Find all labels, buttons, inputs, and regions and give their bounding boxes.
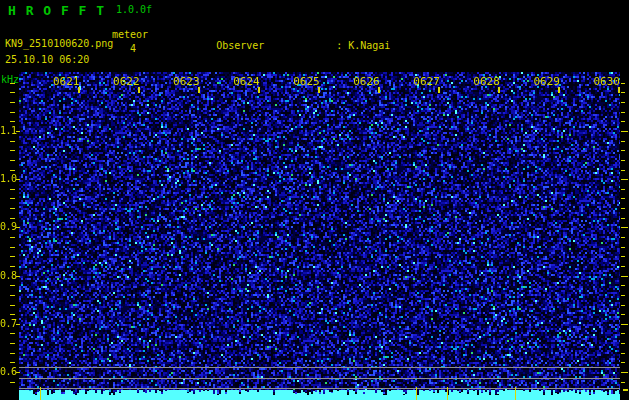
freq-minor-tick-right <box>621 256 625 257</box>
app-title: H R O F F T <box>8 3 105 18</box>
freq-minor-tick-right <box>621 305 625 306</box>
freq-minor-tick-right <box>621 382 625 383</box>
observation-datetime: 25.10.10 06:20 <box>5 54 89 65</box>
time-label: 0629 <box>533 75 560 88</box>
freq-minor-tick-left <box>10 353 15 354</box>
time-tick <box>258 87 260 93</box>
time-tick <box>498 87 500 93</box>
time-label: 0627 <box>413 75 440 88</box>
freq-minor-tick-left <box>10 92 15 93</box>
freq-minor-tick-left <box>10 285 15 286</box>
freq-minor-tick-left <box>10 83 15 84</box>
freq-minor-tick-right <box>621 353 625 354</box>
freq-major-tick-right <box>621 227 628 228</box>
freq-minor-tick-left <box>10 256 15 257</box>
time-label: 0623 <box>173 75 200 88</box>
freq-minor-tick-left <box>10 112 15 113</box>
freq-minor-tick-left <box>10 333 15 334</box>
freq-major-tick-left <box>16 179 20 180</box>
info-separator: : <box>336 40 348 52</box>
freq-major-tick-right <box>621 179 628 180</box>
freq-tick-label: 1.0 <box>0 173 16 184</box>
freq-tick-label: 0.8 <box>0 270 16 281</box>
freq-minor-tick-right <box>621 141 625 142</box>
freq-minor-tick-left <box>10 150 15 151</box>
time-label: 0630 <box>593 75 620 88</box>
freq-minor-tick-right <box>621 362 625 363</box>
freq-minor-tick-left <box>10 343 15 344</box>
freq-minor-tick-left <box>10 295 15 296</box>
freq-tick-label: 0.6 <box>0 366 16 377</box>
freq-minor-tick-right <box>621 266 625 267</box>
meteor-counter-value: 4 <box>130 43 136 54</box>
freq-minor-tick-right <box>621 160 625 161</box>
freq-tick-label: 1.1 <box>0 125 16 136</box>
output-filename: KN9_2510100620.png <box>5 38 113 49</box>
freq-minor-tick-left <box>10 266 15 267</box>
time-label: 0625 <box>293 75 320 88</box>
info-row-observer: Observer: K.Nagai <box>180 28 625 64</box>
freq-minor-tick-right <box>621 112 625 113</box>
time-label: 0622 <box>113 75 140 88</box>
freq-tick-label: 0.7 <box>0 318 16 329</box>
freq-minor-tick-right <box>621 333 625 334</box>
time-label: 0626 <box>353 75 380 88</box>
app-version: 1.0.0f <box>116 4 152 15</box>
freq-minor-tick-left <box>10 102 15 103</box>
freq-minor-tick-right <box>621 121 625 122</box>
freq-minor-tick-left <box>10 362 15 363</box>
freq-minor-tick-right <box>621 150 625 151</box>
freq-minor-tick-right <box>621 189 625 190</box>
time-tick <box>378 87 380 93</box>
freq-major-tick-left <box>16 372 20 373</box>
freq-minor-tick-left <box>10 141 15 142</box>
freq-minor-tick-right <box>621 218 625 219</box>
freq-minor-tick-left <box>10 189 15 190</box>
spectrogram-canvas <box>19 72 620 400</box>
threshold-line <box>19 378 620 379</box>
time-label: 0624 <box>233 75 260 88</box>
freq-major-tick-right <box>621 372 628 373</box>
freq-minor-tick-right <box>621 343 625 344</box>
time-label: 0621 <box>53 75 80 88</box>
freq-minor-tick-right <box>621 247 625 248</box>
threshold-line <box>19 367 620 368</box>
meteor-echo-mark <box>447 387 448 400</box>
freq-minor-tick-right <box>621 295 625 296</box>
freq-major-tick-left <box>16 227 20 228</box>
bottom-right-tick <box>623 389 628 391</box>
freq-major-tick-right <box>621 131 628 132</box>
threshold-line <box>19 388 620 389</box>
freq-major-tick-left <box>16 131 20 132</box>
freq-minor-tick-right <box>621 83 625 84</box>
info-value: K.Nagai <box>348 40 390 52</box>
freq-minor-tick-left <box>10 170 15 171</box>
freq-major-tick-left <box>16 276 20 277</box>
time-tick <box>198 87 200 93</box>
freq-minor-tick-left <box>10 218 15 219</box>
meteor-echo-mark <box>40 387 41 400</box>
freq-minor-tick-left <box>10 121 15 122</box>
hrofft-window: H R O F F T 1.0.0f KN9_2510100620.png me… <box>0 0 629 400</box>
freq-minor-tick-right <box>621 237 625 238</box>
freq-minor-tick-left <box>10 198 15 199</box>
meteor-echo-mark <box>416 387 417 400</box>
freq-major-tick-right <box>621 276 628 277</box>
freq-minor-tick-right <box>621 285 625 286</box>
freq-minor-tick-left <box>10 314 15 315</box>
freq-major-tick-left <box>16 324 20 325</box>
freq-major-tick-right <box>621 324 628 325</box>
freq-minor-tick-right <box>621 198 625 199</box>
freq-minor-tick-left <box>10 305 15 306</box>
time-tick <box>438 87 440 93</box>
freq-minor-tick-right <box>621 92 625 93</box>
freq-minor-tick-right <box>621 102 625 103</box>
time-tick <box>78 87 80 93</box>
freq-minor-tick-left <box>10 208 15 209</box>
freq-minor-tick-left <box>10 237 15 238</box>
freq-minor-tick-left <box>10 382 15 383</box>
freq-minor-tick-right <box>621 208 625 209</box>
meteor-echo-mark <box>515 387 516 400</box>
info-label: Observer <box>216 40 336 52</box>
freq-tick-label: 0.9 <box>0 221 16 232</box>
